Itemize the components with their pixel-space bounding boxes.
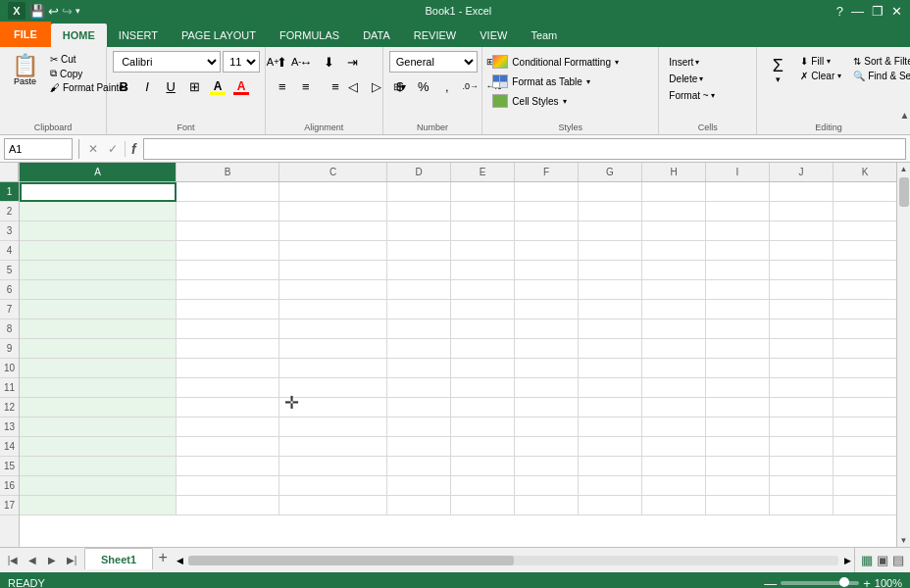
align-left-button[interactable]: ≡ — [272, 75, 293, 97]
cell-E5[interactable] — [451, 261, 515, 280]
cell-styles-button[interactable]: Cell Styles ▾ — [488, 92, 623, 110]
add-sheet-button[interactable]: + — [153, 548, 173, 567]
row-num-8[interactable]: 8 — [0, 319, 19, 339]
cell-I15[interactable] — [706, 457, 770, 476]
cell-G10[interactable] — [579, 359, 642, 378]
cell-F15[interactable] — [515, 457, 579, 476]
cell-B1[interactable] — [177, 182, 279, 202]
cell-F2[interactable] — [515, 202, 579, 221]
cell-A9[interactable] — [20, 339, 177, 359]
sheet-nav-last[interactable]: ▶| — [63, 552, 80, 569]
col-header-k[interactable]: K — [834, 163, 896, 181]
row-num-6[interactable]: 6 — [0, 280, 19, 300]
cell-E11[interactable] — [451, 378, 515, 398]
cell-J10[interactable] — [770, 359, 834, 378]
cell-H1[interactable] — [642, 182, 706, 202]
cell-K4[interactable] — [834, 241, 896, 261]
paste-button[interactable]: 📋 Paste — [6, 51, 44, 90]
align-top-button[interactable]: ⬆ — [272, 51, 293, 73]
percent-button[interactable]: % — [413, 75, 434, 97]
tab-team[interactable]: Team — [519, 24, 569, 47]
italic-button[interactable]: I — [136, 75, 158, 97]
row-num-11[interactable]: 11 — [0, 378, 19, 398]
decrease-indent-button[interactable]: ◁ — [342, 75, 364, 97]
restore-button[interactable]: ❐ — [872, 4, 884, 19]
cell-B12[interactable] — [177, 398, 279, 417]
cell-E9[interactable] — [451, 339, 515, 359]
cell-B7[interactable] — [177, 300, 279, 319]
formula-function-button[interactable]: f — [125, 141, 139, 157]
cell-A3[interactable] — [20, 221, 177, 241]
undo-icon[interactable]: ↩ — [48, 4, 59, 19]
cell-K7[interactable] — [834, 300, 896, 319]
cell-A7[interactable] — [20, 300, 177, 319]
cell-H3[interactable] — [642, 221, 706, 241]
cell-D12[interactable] — [387, 398, 451, 417]
col-header-i[interactable]: I — [706, 163, 770, 181]
cell-H14[interactable] — [642, 437, 706, 457]
cell-K12[interactable] — [834, 398, 896, 417]
cell-E3[interactable] — [451, 221, 515, 241]
cell-H8[interactable] — [642, 319, 706, 339]
cell-F3[interactable] — [515, 221, 579, 241]
row-num-7[interactable]: 7 — [0, 300, 19, 319]
cell-J15[interactable] — [770, 457, 834, 476]
cell-I9[interactable] — [706, 339, 770, 359]
row-num-5[interactable]: 5 — [0, 261, 19, 280]
cell-F1[interactable] — [515, 182, 579, 202]
cell-F6[interactable] — [515, 280, 579, 300]
save-icon[interactable]: 💾 — [29, 4, 45, 19]
cell-J6[interactable] — [770, 280, 834, 300]
row-num-9[interactable]: 9 — [0, 339, 19, 359]
cell-G13[interactable] — [579, 417, 642, 437]
cell-F4[interactable] — [515, 241, 579, 261]
cell-K5[interactable] — [834, 261, 896, 280]
underline-button[interactable]: U — [160, 75, 181, 97]
row-num-3[interactable]: 3 — [0, 221, 19, 241]
cell-C1[interactable] — [279, 182, 387, 202]
cell-A13[interactable] — [20, 417, 177, 437]
help-icon[interactable]: ? — [836, 4, 843, 19]
col-header-c[interactable]: C — [279, 163, 387, 181]
clear-button[interactable]: ✗ Clear ▾ — [796, 70, 845, 82]
col-header-b[interactable]: B — [177, 163, 279, 181]
cell-B9[interactable] — [177, 339, 279, 359]
cell-A16[interactable] — [20, 476, 177, 496]
cell-H17[interactable] — [642, 496, 706, 515]
cell-G16[interactable] — [579, 476, 642, 496]
cell-C3[interactable] — [279, 221, 387, 241]
cell-G15[interactable] — [579, 457, 642, 476]
row-num-4[interactable]: 4 — [0, 241, 19, 261]
cell-G17[interactable] — [579, 496, 642, 515]
zoom-in-icon[interactable]: + — [863, 576, 871, 589]
cell-B17[interactable] — [177, 496, 279, 515]
increase-decimal-button[interactable]: .0→ — [460, 75, 481, 97]
cell-I12[interactable] — [706, 398, 770, 417]
tab-home[interactable]: HOME — [51, 24, 107, 47]
cell-I4[interactable] — [706, 241, 770, 261]
cell-F12[interactable] — [515, 398, 579, 417]
cell-H9[interactable] — [642, 339, 706, 359]
row-num-15[interactable]: 15 — [0, 457, 19, 476]
cell-G3[interactable] — [579, 221, 642, 241]
row-num-2[interactable]: 2 — [0, 202, 19, 221]
col-header-j[interactable]: J — [770, 163, 834, 181]
tab-data[interactable]: DATA — [351, 24, 402, 47]
font-size-select[interactable]: 11 — [223, 51, 260, 73]
cell-E1[interactable] — [451, 182, 515, 202]
cell-F11[interactable] — [515, 378, 579, 398]
cell-B16[interactable] — [177, 476, 279, 496]
col-header-g[interactable]: G — [579, 163, 642, 181]
row-num-10[interactable]: 10 — [0, 359, 19, 378]
row-num-13[interactable]: 13 — [0, 417, 19, 437]
ribbon-expand-icon[interactable]: ▲ — [899, 110, 909, 121]
font-color-button[interactable]: A — [230, 75, 252, 97]
cell-J5[interactable] — [770, 261, 834, 280]
cell-E2[interactable] — [451, 202, 515, 221]
cell-F7[interactable] — [515, 300, 579, 319]
cell-F14[interactable] — [515, 437, 579, 457]
cell-E16[interactable] — [451, 476, 515, 496]
cell-I8[interactable] — [706, 319, 770, 339]
cell-G6[interactable] — [579, 280, 642, 300]
cell-G5[interactable] — [579, 261, 642, 280]
